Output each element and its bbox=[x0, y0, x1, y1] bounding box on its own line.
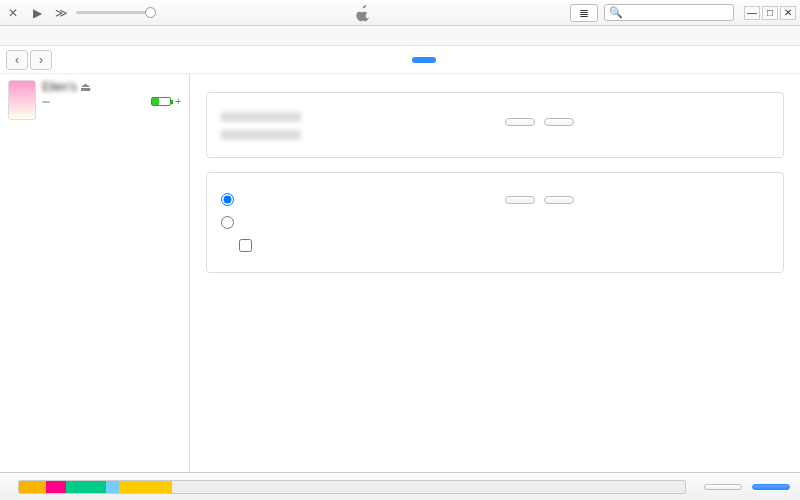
update-button[interactable] bbox=[505, 118, 535, 126]
titlebar: ✕ ▶ ≫ ≣ 🔍 — □ ✕ bbox=[0, 0, 800, 26]
fastforward-icon[interactable]: ≫ bbox=[52, 4, 70, 22]
icloud-radio[interactable] bbox=[221, 191, 485, 206]
phone-value bbox=[221, 112, 301, 122]
eject-icon[interactable]: ⏏ bbox=[80, 80, 91, 94]
back-button[interactable]: ‹ bbox=[6, 50, 28, 70]
sync-button[interactable] bbox=[704, 484, 742, 490]
sidebar: Ellen's ⏏ + bbox=[0, 74, 190, 472]
device-pill[interactable] bbox=[412, 57, 436, 63]
close-icon[interactable]: ✕ bbox=[780, 6, 796, 20]
search-icon: 🔍 bbox=[609, 6, 623, 19]
device-thumbnail-icon bbox=[8, 80, 36, 120]
storage-bar bbox=[18, 480, 686, 494]
restore-backup-button[interactable] bbox=[544, 196, 574, 204]
device-info-panel bbox=[206, 92, 784, 158]
this-computer-radio[interactable] bbox=[221, 214, 485, 229]
list-view-icon[interactable]: ≣ bbox=[570, 4, 598, 22]
capacity-badge bbox=[42, 101, 50, 103]
on-my-device-header bbox=[0, 132, 189, 140]
done-button[interactable] bbox=[752, 484, 790, 490]
menubar bbox=[0, 26, 800, 46]
charging-icon: + bbox=[175, 96, 181, 107]
footer bbox=[0, 472, 800, 500]
minimize-icon[interactable]: — bbox=[744, 6, 760, 20]
restore-iphone-button[interactable] bbox=[544, 118, 574, 126]
maximize-icon[interactable]: □ bbox=[762, 6, 778, 20]
backup-now-button[interactable] bbox=[505, 196, 535, 204]
play-icon[interactable]: ▶ bbox=[28, 4, 46, 22]
search-input[interactable]: 🔍 bbox=[604, 4, 734, 21]
apple-logo-icon bbox=[164, 4, 562, 22]
main-content bbox=[190, 74, 800, 472]
shuffle-icon[interactable]: ✕ bbox=[4, 4, 22, 22]
battery-icon bbox=[151, 97, 171, 106]
volume-slider[interactable] bbox=[76, 11, 156, 14]
serial-value bbox=[221, 130, 301, 140]
nav-row: ‹ › bbox=[0, 46, 800, 74]
device-card[interactable]: Ellen's ⏏ + bbox=[0, 74, 189, 124]
encrypt-checkbox[interactable] bbox=[239, 237, 485, 252]
backups-panel bbox=[206, 172, 784, 273]
settings-header bbox=[0, 124, 189, 132]
device-owner-name: Ellen's bbox=[42, 80, 77, 94]
forward-button[interactable]: › bbox=[30, 50, 52, 70]
